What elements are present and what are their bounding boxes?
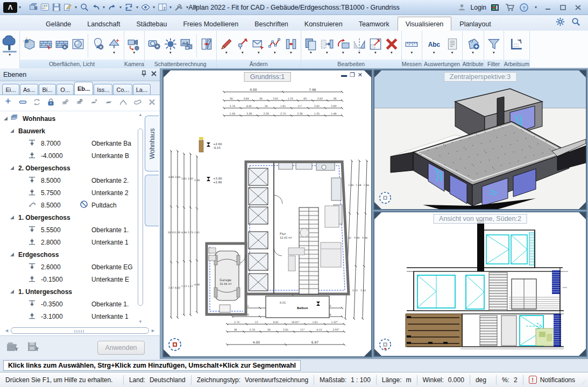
close-button[interactable] [572,3,584,12]
login-link[interactable]: Login [471,4,486,11]
viewport-title[interactable]: Ansicht von vorne, Süden:2 [433,214,527,224]
expander-icon[interactable] [10,214,15,221]
status-field-lnge[interactable]: Länge:m [377,376,417,384]
report-icon[interactable]: ▾ [444,37,461,55]
status-field-mastab[interactable]: Maßstab:1 : 100 [314,376,376,384]
tag-icon[interactable]: ▾ [465,37,481,55]
funnel-icon[interactable]: ▾ [486,37,502,55]
tree-row[interactable]: Fundament [0,322,139,326]
scale-icon[interactable]: ▾ [367,37,384,55]
side-tab-wohnhaus[interactable]: Wohnhaus [145,116,159,171]
ribbon-tab-planlayout[interactable]: Planlayout [451,17,499,31]
tree-row[interactable]: 1. Untergeschoss [0,285,139,298]
viewport-ansicht-sueden[interactable]: Ansicht von vorne, Süden:2 [373,211,587,357]
undo-icon[interactable] [90,2,101,13]
wall-pick-icon[interactable] [38,37,54,55]
regenerate-icon[interactable] [123,2,134,13]
expander-icon[interactable] [10,325,15,327]
viewport-zentralperspektive[interactable]: Zentralperspektive:3 [373,69,587,210]
panel-tab-bi[interactable]: Bi... [39,84,56,95]
ribbon-tab-st-dtebau[interactable]: Städtebau [128,17,175,31]
tree-row[interactable]: 5.7500 Unterkante 2 [0,187,139,199]
scroll-down-icon[interactable]: ▼ [138,319,143,324]
tree-horizontal-scrollbar[interactable]: ◄ ► [3,327,157,335]
sphere-sun-icon[interactable] [22,37,38,55]
panel-tab-la[interactable]: La... [133,84,151,95]
ribbon-tab-gel-nde[interactable]: Gelände [38,17,79,31]
help-icon[interactable]: ? [519,2,530,13]
panel-tab-eb[interactable]: Eb... [74,82,93,95]
viewport-close-icon[interactable]: ✕ [358,71,363,78]
status-field-deg[interactable]: deg [470,376,496,384]
zoom-icon[interactable] [79,2,90,13]
xred-icon[interactable]: ▾ [384,37,400,55]
maximize-button[interactable] [557,3,569,12]
tree-row[interactable]: 1. Obergeschoss [0,211,139,224]
more-icon[interactable] [190,2,201,13]
roof-icon[interactable] [118,98,128,108]
viewport-title[interactable]: Grundriss:1 [244,72,291,82]
workspace-icon[interactable] [508,37,525,55]
tree-row[interactable]: -0.3500 Oberkante 1. [0,298,139,310]
delete-icon[interactable] [147,98,157,108]
minimize-button[interactable] [542,3,554,12]
redo-icon-caret[interactable]: ▾ [119,5,122,10]
settings-gear-icon[interactable] [556,17,565,28]
poly-icon[interactable]: ▾ [267,37,283,55]
scroll-up-icon[interactable]: ▲ [138,112,143,117]
ruler-icon[interactable]: ▾ [403,37,420,55]
tree-row[interactable]: 8.5000 Oberkante 2. [0,174,139,187]
add-icon[interactable] [4,98,13,108]
apply-button[interactable]: Anwenden [97,341,145,355]
save-favorite-icon[interactable] [27,341,40,354]
expander-icon[interactable] [3,115,9,123]
undo-icon-caret[interactable]: ▾ [103,5,105,10]
mail-icon[interactable]: ▾ [251,37,267,55]
panel-close-icon[interactable] [151,70,157,78]
edit-icon[interactable] [62,2,73,13]
status-field-winkel[interactable]: Winkel:0.000 [417,376,470,384]
navigation-compass-icon[interactable] [168,338,182,353]
camera-gear-icon[interactable] [146,37,162,55]
sun-icon[interactable]: ▾ [162,37,179,55]
resize-grip[interactable]: ⋰ [582,379,586,385]
notifications-button[interactable]: ! Notifications [523,376,580,384]
redo-icon[interactable] [107,2,118,13]
logo-caret-icon[interactable]: ▾ [19,5,21,10]
navigation-compass-icon[interactable] [379,191,392,206]
link-icon[interactable] [133,98,143,108]
load-favorite-icon[interactable] [6,341,19,354]
scroll-left-icon[interactable]: ◄ [4,328,9,333]
pin-icon[interactable]: ▾ [235,37,251,55]
status-field-%[interactable]: %:2 [497,376,523,384]
mirror-icon[interactable]: ▾ [351,37,367,55]
panel-tab-co[interactable]: Co... [113,84,132,95]
view-icon[interactable] [140,2,151,13]
modules-icon[interactable] [39,2,51,13]
view-icon-caret[interactable]: ▾ [153,5,155,10]
pencil-icon[interactable]: ▾ [218,37,235,55]
tree-row[interactable]: Bauwerk [0,125,139,137]
tree-row[interactable]: 8.5000 Pultdach [0,199,139,211]
edit-icon-caret[interactable]: ▾ [75,5,77,10]
tree-row[interactable]: 8.7000 Oberkante Ba [0,137,139,149]
project-open-icon[interactable] [28,2,39,13]
tree-row[interactable]: 2. Obergeschoss [0,162,139,174]
status-field-zeichnungstyp[interactable]: Zeichnungstyp:Vorentwurfszeichnung [192,376,314,384]
viewport-grundriss[interactable]: Grundriss:1 ▬ ❐ ✕ 4.007.96363.64362.011.… [162,69,372,357]
slab-icon[interactable] [104,98,114,108]
ribbon-tab-konstruieren[interactable]: Konstruieren [296,17,351,31]
remove-icon[interactable] [18,98,27,108]
window-split-icon[interactable]: 2 [157,2,168,13]
status-field-land[interactable]: Land:Deutschland [124,376,191,384]
images-icon[interactable] [179,37,195,55]
ribbon-tab-freies-modellieren[interactable]: Freies Modellieren [175,17,246,31]
panel-tab-o[interactable]: O... [56,84,74,95]
user-icon[interactable] [456,2,467,13]
tree-row[interactable]: Erdgeschoss [0,248,139,261]
regenerate-icon-caret[interactable]: ▾ [136,5,138,10]
tree-row[interactable]: 2.8000 Unterkante 1 [0,236,139,248]
ribbon-tab-teamwork[interactable]: Teamwork [351,17,398,31]
colmove-icon[interactable]: ▾ [283,37,299,55]
abc-icon[interactable]: Abc▾ [424,37,444,55]
